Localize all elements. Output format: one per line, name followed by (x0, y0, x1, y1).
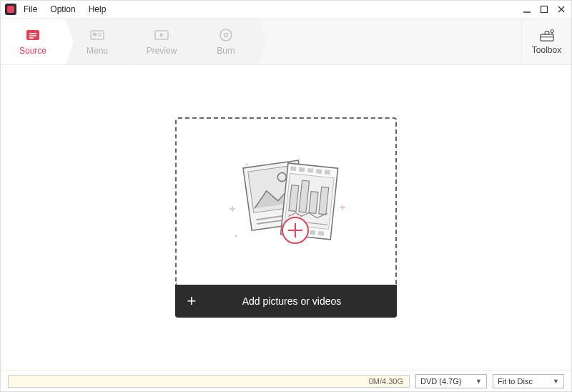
app-icon (5, 4, 16, 15)
capacity-progress: 0M/4.30G (8, 375, 410, 388)
menu-option[interactable]: Option (50, 4, 75, 14)
window-controls (521, 4, 567, 15)
menu-file[interactable]: File (24, 4, 37, 14)
svg-rect-37 (325, 170, 331, 175)
toolbox-icon (538, 28, 556, 42)
step-label: Source (19, 46, 46, 56)
maximize-button[interactable] (538, 4, 550, 15)
preview-icon (154, 27, 169, 43)
svg-marker-13 (160, 33, 164, 37)
svg-rect-34 (299, 167, 305, 172)
svg-rect-16 (540, 34, 553, 41)
svg-rect-35 (307, 167, 314, 172)
disc-type-value: DVD (4.7G) (420, 377, 461, 386)
wizard-bar: Source Menu Preview Burn Toolbox (1, 18, 571, 65)
capacity-text: 0M/4.30G (369, 377, 403, 386)
step-label: Burn (217, 46, 235, 56)
svg-point-18 (551, 30, 553, 33)
svg-point-15 (225, 34, 228, 37)
burn-icon (218, 27, 234, 43)
svg-rect-4 (26, 30, 39, 40)
status-bar: 0M/4.30G DVD (4.7G) ▼ Fit to Disc ▼ (1, 370, 571, 391)
minimize-button[interactable] (521, 4, 533, 15)
menu-bar: File Option Help (24, 4, 106, 14)
step-label: Menu (87, 46, 108, 56)
step-burn[interactable]: Burn (194, 19, 258, 64)
svg-rect-8 (91, 31, 104, 39)
svg-point-24 (245, 163, 248, 166)
svg-point-14 (220, 29, 232, 41)
title-bar: File Option Help (1, 1, 571, 18)
step-source[interactable]: Source (1, 19, 65, 64)
step-preview[interactable]: Preview (129, 19, 194, 64)
chevron-down-icon: ▼ (553, 378, 559, 385)
toolbox-button[interactable]: Toolbox (521, 19, 571, 64)
svg-rect-1 (541, 6, 548, 13)
close-button[interactable] (556, 4, 567, 15)
dropzone: + Add pictures or videos (175, 117, 397, 318)
svg-rect-42 (318, 230, 325, 235)
svg-rect-33 (290, 166, 297, 171)
main-area: + Add pictures or videos (1, 65, 571, 370)
menu-icon (89, 27, 105, 43)
disc-type-select[interactable]: DVD (4.7G) ▼ (415, 374, 487, 388)
add-media-label: Add pictures or videos (208, 295, 397, 307)
chevron-down-icon: ▼ (475, 378, 482, 385)
fit-mode-value: Fit to Disc (498, 377, 533, 386)
dropzone-illustration (204, 143, 368, 261)
plus-icon: + (175, 292, 208, 310)
svg-rect-9 (93, 33, 97, 36)
svg-rect-36 (316, 169, 322, 174)
step-label: Preview (147, 46, 177, 56)
source-icon (25, 27, 41, 43)
step-menu[interactable]: Menu (65, 19, 129, 64)
svg-rect-41 (310, 230, 316, 235)
drop-target[interactable] (175, 117, 397, 285)
menu-help[interactable]: Help (89, 4, 107, 14)
svg-point-26 (235, 235, 237, 237)
fit-mode-select[interactable]: Fit to Disc ▼ (493, 374, 564, 388)
add-media-button[interactable]: + Add pictures or videos (175, 285, 397, 318)
toolbox-label: Toolbox (532, 45, 561, 55)
